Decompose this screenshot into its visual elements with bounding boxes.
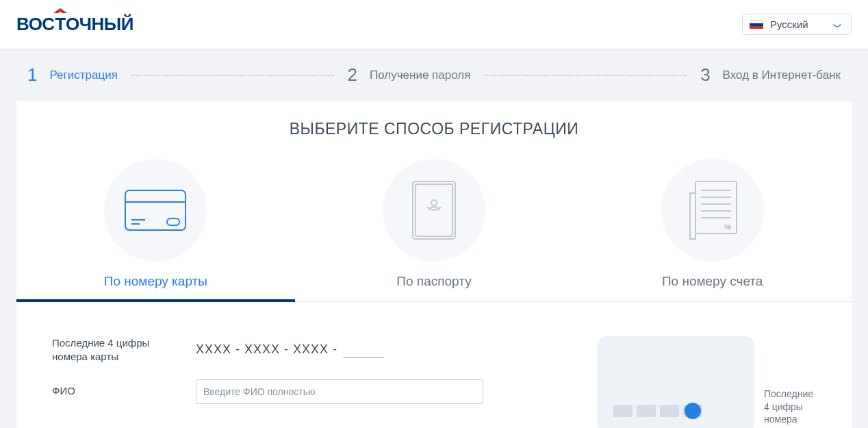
method-by-passport[interactable]: По паспорту [295, 159, 574, 301]
registration-methods: По номеру карты По паспорту [16, 159, 852, 302]
method-label: По паспорту [396, 274, 471, 289]
method-by-card[interactable]: По номеру карты [16, 159, 295, 301]
hint-line2: 4 цифры номера [764, 401, 803, 425]
hint-line1: Последние [764, 388, 813, 399]
registration-form: Последние 4 цифры номера карты XXXX - XX… [16, 302, 852, 428]
card-title: ВЫБЕРИТЕ СПОСОБ РЕГИСТРАЦИИ [16, 120, 852, 138]
step-divider [484, 75, 687, 76]
language-label: Русский [770, 18, 808, 30]
passport-icon [383, 159, 485, 262]
fio-label: ФИО [52, 384, 175, 398]
svg-rect-17 [637, 405, 656, 417]
card-last4-input[interactable] [343, 342, 384, 357]
svg-text:№: № [724, 223, 731, 230]
card-illustration [597, 336, 754, 428]
flag-ru-icon [750, 20, 763, 29]
step-registration: 1 Регистрация [27, 64, 118, 86]
step-number: 3 [700, 64, 710, 86]
card-digits-label: Последние 4 цифры номера карты [52, 336, 175, 364]
chevron-down-icon [833, 18, 841, 30]
step-label: Регистрация [49, 68, 117, 82]
svg-rect-16 [613, 405, 633, 417]
card-illustration-area: Последние 4 цифры номера [597, 336, 816, 428]
method-label: По номеру карты [104, 274, 207, 289]
step-number: 2 [348, 64, 357, 86]
card-mask-display: XXXX - XXXX - XXXX - [196, 342, 384, 357]
svg-point-7 [431, 200, 437, 205]
card-hint-text: Последние 4 цифры номера [764, 388, 816, 425]
method-by-account[interactable]: № По номеру счета [573, 159, 852, 301]
card-mask-text: XXXX - XXXX - XXXX - [196, 342, 337, 357]
svg-rect-18 [660, 405, 679, 417]
form-fields: Последние 4 цифры номера карты XXXX - XX… [52, 336, 570, 428]
fio-input[interactable] [196, 379, 483, 404]
step-divider [131, 75, 334, 76]
registration-card: ВЫБЕРИТЕ СПОСОБ РЕГИСТРАЦИИ По номеру ка… [16, 101, 852, 428]
step-label: Вход в Интернет-банк [723, 68, 841, 82]
svg-rect-4 [167, 218, 179, 225]
language-selector[interactable]: Русский [742, 14, 852, 35]
logo[interactable]: ВОСТОЧНЫЙ [16, 14, 133, 35]
card-icon [104, 159, 207, 262]
document-icon: № [661, 159, 764, 262]
step-label: Получение пароля [370, 68, 470, 82]
progress-steps: 1 Регистрация 2 Получение пароля 3 Вход … [0, 49, 868, 101]
svg-point-20 [685, 403, 701, 419]
step-number: 1 [27, 64, 37, 86]
card-digits-row: Последние 4 цифры номера карты XXXX - XX… [52, 336, 570, 364]
step-password: 2 Получение пароля [348, 64, 471, 86]
method-label: По номеру счета [662, 274, 763, 289]
step-login: 3 Вход в Интернет-банк [700, 64, 841, 86]
app-header: ВОСТОЧНЫЙ Русский [0, 0, 868, 49]
fio-row: ФИО [52, 379, 570, 404]
